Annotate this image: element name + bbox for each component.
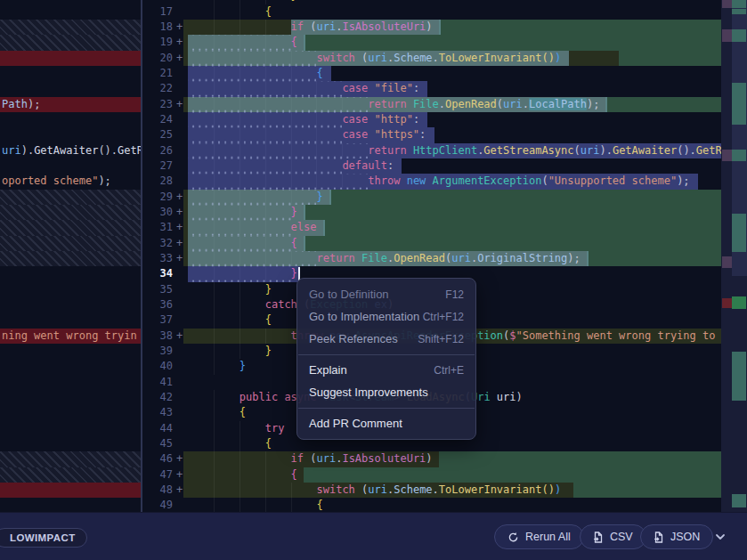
menu-item-label: Add PR Comment	[309, 417, 402, 430]
line-number: 25	[142, 127, 173, 142]
line-number-gutter: 1718+19+20+212223+242526272829+30+31+32+…	[142, 0, 183, 512]
code-line-17[interactable]: {	[183, 4, 721, 20]
code-line-30[interactable]: }	[183, 205, 721, 220]
menu-item-suggest-improvements[interactable]: Suggest Improvements	[297, 381, 475, 403]
json-button[interactable]: JSON	[640, 524, 713, 549]
diff-added-marker: +	[176, 97, 183, 112]
diff-added-marker: +	[176, 236, 183, 251]
code-token: GetAwaiter	[34, 144, 98, 157]
code-text: {	[188, 312, 272, 328]
code-token: uri	[503, 98, 523, 110]
diff-original-pane[interactable]: Path);uri).GetAwaiter().GetRoported sche…	[0, 0, 141, 512]
gutter-row: 31+	[142, 220, 183, 235]
code-text: switch (uri.Scheme.ToLowerInvariant())	[188, 483, 561, 498]
added-line-fill	[323, 220, 721, 235]
code-line-28[interactable]: throw new ArgumentException("Unsupported…	[183, 174, 721, 189]
line-number: 28	[142, 174, 173, 189]
code-line-20[interactable]: switch (uri.Scheme.ToLowerInvariant())	[183, 51, 721, 66]
line-number: 36	[142, 297, 173, 312]
code-line-49[interactable]: {	[183, 498, 721, 512]
code-line-24[interactable]: case "http":	[183, 112, 721, 127]
code-line-18[interactable]: if (uri.IsAbsoluteUri)	[183, 20, 721, 35]
code-line-22[interactable]: case "file":	[183, 81, 721, 96]
code-token: case	[342, 113, 374, 126]
status-badge: LOWIMPACT	[0, 528, 87, 548]
gutter-row: 26	[142, 143, 183, 158]
code-token: {	[291, 237, 297, 249]
gutter-row: 47+	[142, 467, 183, 483]
code-token: ToLowerInvariant	[439, 52, 542, 64]
code-token: throw	[368, 174, 406, 187]
menu-item-add-pr-comment[interactable]: Add PR Comment	[297, 412, 475, 434]
added-line-fill	[587, 251, 721, 266]
code-token: else	[291, 221, 317, 233]
added-line-fill	[304, 35, 721, 50]
rerun-all-button[interactable]: Rerun All	[494, 524, 584, 549]
code-line-33[interactable]: return File.OpenRead(uri.OriginalString)…	[183, 251, 721, 266]
line-number: 35	[142, 282, 173, 297]
code-token: uri	[368, 483, 387, 496]
code-token: (	[304, 20, 316, 33]
code-line-25[interactable]: case "https":	[183, 127, 721, 142]
code-line-26[interactable]: return HttpClient.GetStreamAsync(uri).Ge…	[183, 143, 721, 158]
code-line-32[interactable]: {	[183, 236, 721, 251]
code-token: );	[28, 98, 40, 110]
code-text: throw new ArgumentException("Unsupported…	[188, 174, 690, 189]
csv-button[interactable]: CSV	[580, 524, 646, 549]
code-line-27[interactable]: default:	[183, 158, 721, 174]
code-token: uri	[317, 452, 337, 465]
code-text: {	[188, 405, 246, 420]
code-token: IsAbsoluteUri	[342, 20, 426, 33]
code-token: HttpClient	[413, 144, 477, 157]
code-token: OriginalString	[477, 252, 567, 264]
menu-item-peek-references[interactable]: Peek ReferencesShift+F12	[297, 328, 475, 350]
menu-item-go-to-implementation[interactable]: Go to ImplementationCtrl+F12	[297, 305, 475, 328]
code-token: {	[317, 67, 323, 79]
code-token: )	[516, 391, 523, 403]
code-text: {	[188, 436, 272, 451]
code-line-46[interactable]: if (uri.IsAbsoluteUri)	[183, 451, 721, 467]
code-text: }	[188, 266, 297, 281]
code-line-21[interactable]: {	[183, 66, 721, 81]
code-token: oported scheme"	[2, 174, 98, 187]
code-line-48[interactable]: switch (uri.Scheme.ToLowerInvariant())	[183, 483, 721, 498]
code-line-47[interactable]: {	[183, 467, 721, 483]
added-line-fill	[304, 236, 721, 251]
code-token: )	[555, 483, 561, 496]
diff-added-marker: +	[176, 451, 183, 467]
menu-item-label: Explain	[309, 363, 347, 377]
code-token: .	[690, 144, 696, 157]
diff-added-marker: +	[176, 483, 183, 498]
gutter-row: 21	[142, 66, 183, 81]
code-text: }	[188, 344, 272, 359]
code-line-23[interactable]: return File.OpenRead(uri.LocalPath);	[183, 97, 721, 112]
code-token: )	[567, 252, 573, 264]
menu-item-go-to-definition[interactable]: Go to DefinitionF12	[297, 283, 475, 305]
diff-filler-row	[0, 190, 141, 205]
gutter-row: 48+	[142, 483, 183, 498]
menu-item-explain[interactable]: ExplainCtrl+E	[297, 359, 475, 381]
chevron-down-icon[interactable]	[710, 527, 730, 547]
code-token: "http"	[375, 113, 413, 126]
code-line-29[interactable]: }	[183, 190, 721, 205]
code-token: {	[265, 5, 272, 18]
line-number: 39	[142, 344, 173, 359]
button-label: JSON	[670, 531, 700, 543]
menu-item-shortcut: F12	[445, 288, 464, 301]
code-text: }	[188, 205, 297, 220]
original-code-text: oported scheme");	[2, 174, 111, 189]
line-number: 40	[142, 359, 173, 374]
code-token: );	[98, 174, 110, 187]
gutter-row: 25	[142, 127, 183, 142]
code-line-19[interactable]: {	[183, 35, 721, 50]
code-token: {	[265, 437, 272, 450]
code-token: {	[291, 468, 297, 481]
code-line-31[interactable]: else	[183, 220, 721, 235]
gutter-row: 38+	[142, 329, 183, 344]
menu-item-label: Go to Implementation	[309, 310, 419, 323]
ruler-diff-mark	[732, 29, 746, 42]
occurrence-highlight: LocalPath	[529, 98, 587, 110]
line-number: 31	[142, 220, 173, 235]
menu-item-label: Peek References	[309, 332, 398, 345]
overview-ruler[interactable]	[721, 0, 747, 512]
